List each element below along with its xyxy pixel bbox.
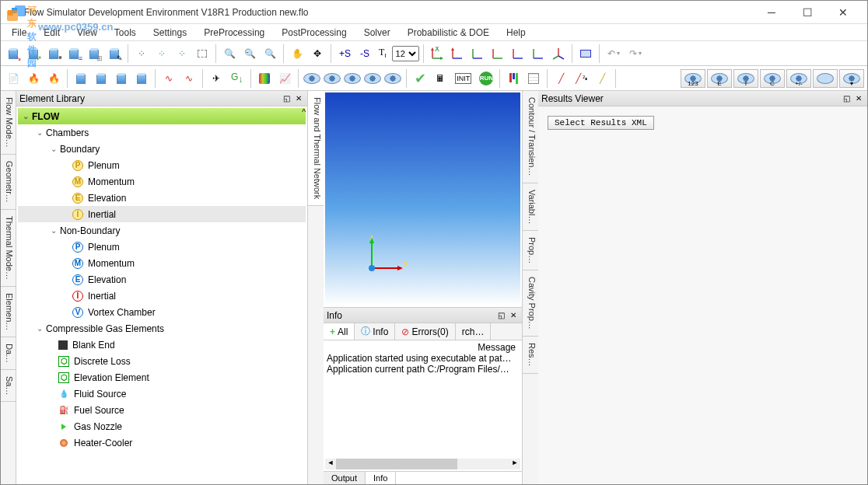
- eye-e-button[interactable]: E: [707, 69, 732, 88]
- eye-tool-5[interactable]: [383, 69, 402, 88]
- scatter-tool-3[interactable]: ⁘: [173, 44, 191, 63]
- axis-view-5[interactable]: [509, 44, 527, 63]
- minimize-button[interactable]: ─: [754, 1, 789, 24]
- info-hscrollbar[interactable]: ◄ ►: [325, 459, 520, 469]
- minus-s-tool[interactable]: -S: [356, 44, 373, 63]
- vtab-element[interactable]: Elemen…: [1, 287, 16, 337]
- zoom-region-tool[interactable]: 🔍: [261, 44, 279, 63]
- tree-row-b-inertial[interactable]: IInertial: [18, 206, 306, 222]
- box-tool-a[interactable]: [72, 69, 90, 88]
- info-tab-rch[interactable]: rch…: [456, 323, 492, 340]
- vtab-flow-mode[interactable]: Flow Mode…: [1, 91, 16, 155]
- results-float-icon[interactable]: ◱: [841, 93, 852, 104]
- menu-view[interactable]: View: [69, 26, 105, 40]
- axis-view-3[interactable]: [468, 44, 487, 63]
- tree-row-blank[interactable]: Blank End: [18, 337, 306, 353]
- rect-select-tool[interactable]: [193, 44, 212, 63]
- vtab-thermal[interactable]: Thermal Mode…: [1, 210, 16, 287]
- flame-tool-1[interactable]: 🔥: [24, 69, 43, 88]
- axis-view-2[interactable]: [448, 44, 467, 63]
- tree-row-boundary[interactable]: ⌄Boundary: [18, 141, 306, 157]
- eye-t-button[interactable]: T: [733, 69, 758, 88]
- vtab-sa[interactable]: Sa…: [1, 370, 16, 402]
- eye-tool-3[interactable]: [343, 69, 362, 88]
- undo-tool[interactable]: ↶▾: [604, 44, 624, 63]
- tree-row-nb-inertial[interactable]: IInertial: [18, 288, 306, 304]
- box-tool-b[interactable]: [92, 69, 110, 88]
- axis-view-4[interactable]: [488, 44, 507, 63]
- menu-probabilistic[interactable]: Probabilistic & DOE: [400, 26, 497, 40]
- vtab-geometry[interactable]: Geometr…: [1, 155, 16, 210]
- plane-tool[interactable]: ✈: [207, 69, 226, 88]
- grid-tool[interactable]: [524, 69, 543, 88]
- run-tool[interactable]: RUN: [477, 69, 495, 88]
- scatter-tool-1[interactable]: ⁘: [132, 44, 151, 63]
- pan-tool[interactable]: ✋: [288, 44, 306, 63]
- close-button[interactable]: ✕: [825, 1, 861, 24]
- curve-tool-1[interactable]: ∿: [159, 69, 178, 88]
- eye-c-button[interactable]: C: [760, 69, 785, 88]
- eye-tool-1[interactable]: [303, 69, 321, 88]
- btab-output[interactable]: Output: [324, 472, 366, 484]
- tree-row-b-elevation[interactable]: EElevation: [18, 190, 306, 206]
- tree-row-nb-plenum[interactable]: PPlenum: [18, 239, 306, 255]
- menu-solver[interactable]: Solver: [356, 26, 398, 40]
- axis-iso-view[interactable]: [549, 44, 568, 63]
- maximize-button[interactable]: ☐: [789, 1, 825, 24]
- vtab-da[interactable]: Da…: [1, 337, 16, 370]
- flame-tool-2[interactable]: 🔥: [44, 69, 63, 88]
- vtab-contour[interactable]: Contour / Transien…: [523, 91, 538, 183]
- box-tool-1[interactable]: ↘: [4, 44, 23, 63]
- info-float-icon[interactable]: ◱: [495, 310, 506, 321]
- zoom-in-tool[interactable]: 🔍: [220, 44, 239, 63]
- eye-tool-4[interactable]: [363, 69, 382, 88]
- viewport-3d[interactable]: x y: [325, 92, 520, 305]
- info-tab-info[interactable]: ⓘInfo: [355, 323, 395, 340]
- menu-tools[interactable]: Tools: [107, 26, 144, 40]
- tree-row-cge[interactable]: ⌄Compressible Gas Elements: [18, 320, 306, 337]
- info-close-icon[interactable]: ✕: [508, 310, 519, 321]
- box-tool-d[interactable]: [132, 69, 151, 88]
- box-tool-3[interactable]: •: [44, 44, 63, 63]
- new-tool[interactable]: 📄: [4, 69, 23, 88]
- vtab-cavity[interactable]: Cavity Prop…: [523, 270, 538, 337]
- box-tool-5[interactable]: ⊞: [85, 44, 103, 63]
- tree-row-fuel[interactable]: ⛽Fuel Source: [18, 402, 306, 418]
- move-tool[interactable]: ✥: [308, 44, 327, 63]
- tree-row-fluid[interactable]: 💧Fluid Source: [18, 386, 306, 402]
- line-tool-3[interactable]: ╱: [593, 69, 611, 88]
- curve-tool-2[interactable]: ∿: [180, 69, 198, 88]
- box-tool-4[interactable]: ≡: [65, 44, 83, 63]
- menu-file[interactable]: File: [4, 26, 34, 40]
- vtab-res[interactable]: Res…: [523, 337, 538, 374]
- info-tab-all[interactable]: +All: [324, 323, 355, 340]
- tree-row-heater[interactable]: Heater-Cooler: [18, 434, 306, 451]
- tree-row-b-plenum[interactable]: PPlenum: [18, 157, 306, 173]
- tree-row-flow[interactable]: ⌄FLOW: [18, 108, 306, 124]
- info-tab-errors[interactable]: ⊘Errors(0): [395, 323, 455, 340]
- panel-float-icon[interactable]: ◱: [281, 93, 292, 104]
- chart-tool[interactable]: 📈: [275, 69, 294, 88]
- select-results-xml-button[interactable]: Select Results XML: [548, 116, 654, 130]
- tree-row-nb-elevation[interactable]: EElevation: [18, 271, 306, 288]
- line-tool-1[interactable]: ╱: [551, 69, 570, 88]
- axis-view-1[interactable]: x: [428, 44, 446, 63]
- menu-settings[interactable]: Settings: [145, 26, 194, 40]
- box-tool-c[interactable]: [112, 69, 131, 88]
- text-size-tool[interactable]: TI: [375, 44, 390, 63]
- tree-row-chambers[interactable]: ⌄Chambers: [18, 124, 306, 141]
- check-tool[interactable]: ✔: [411, 69, 429, 88]
- eye-extra-1[interactable]: [813, 69, 838, 88]
- box-tool-6[interactable]: ✎: [105, 44, 124, 63]
- info-body[interactable]: Message Application started using execut…: [324, 340, 522, 471]
- tree-row-discrete[interactable]: ⬡Discrete Loss: [18, 353, 306, 369]
- panel-close-icon[interactable]: ✕: [293, 93, 304, 104]
- plus-s-tool[interactable]: +S: [335, 44, 355, 63]
- box-tool-2[interactable]: ↗: [24, 44, 43, 63]
- eye-tool-2[interactable]: [323, 69, 341, 88]
- vtab-network[interactable]: Flow and Thermal Network: [308, 91, 324, 206]
- eye-123-button[interactable]: 123: [681, 69, 705, 88]
- zoom-out-tool[interactable]: 🔍-: [240, 44, 259, 63]
- init-tool[interactable]: INIT: [451, 69, 475, 88]
- menu-preprocessing[interactable]: PreProcessing: [196, 26, 272, 40]
